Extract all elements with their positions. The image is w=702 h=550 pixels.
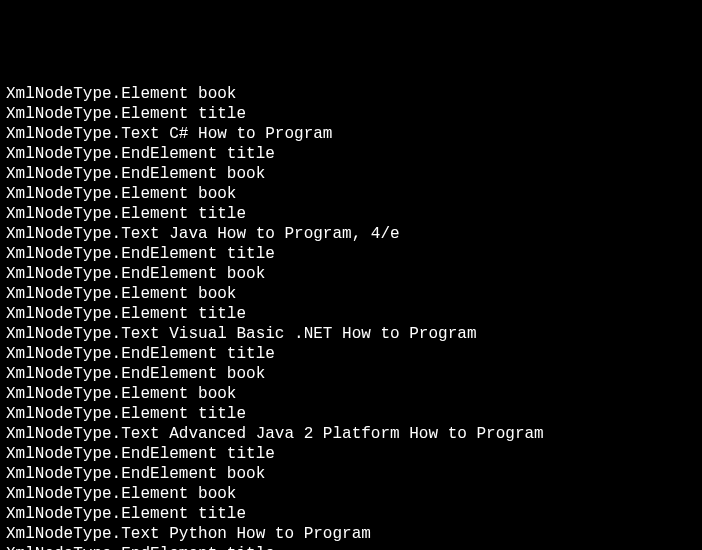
- output-line: XmlNodeType.EndElement book: [6, 464, 696, 484]
- output-line: XmlNodeType.Element book: [6, 484, 696, 504]
- output-line: XmlNodeType.Text C# How to Program: [6, 124, 696, 144]
- output-line: XmlNodeType.EndElement book: [6, 164, 696, 184]
- output-line: XmlNodeType.Text Java How to Program, 4/…: [6, 224, 696, 244]
- output-line: XmlNodeType.Element title: [6, 204, 696, 224]
- output-line: XmlNodeType.Element title: [6, 304, 696, 324]
- output-line: XmlNodeType.EndElement book: [6, 364, 696, 384]
- output-line: XmlNodeType.Text Advanced Java 2 Platfor…: [6, 424, 696, 444]
- output-line: XmlNodeType.Element book: [6, 84, 696, 104]
- console-output: XmlNodeType.Element bookXmlNodeType.Elem…: [6, 84, 696, 550]
- output-line: XmlNodeType.EndElement title: [6, 344, 696, 364]
- output-line: XmlNodeType.Element book: [6, 384, 696, 404]
- output-line: XmlNodeType.Element book: [6, 184, 696, 204]
- output-line: XmlNodeType.Text Visual Basic .NET How t…: [6, 324, 696, 344]
- output-line: XmlNodeType.EndElement title: [6, 144, 696, 164]
- output-line: XmlNodeType.EndElement title: [6, 244, 696, 264]
- output-line: XmlNodeType.EndElement title: [6, 444, 696, 464]
- output-line: XmlNodeType.EndElement title: [6, 544, 696, 550]
- output-line: XmlNodeType.EndElement book: [6, 264, 696, 284]
- output-line: XmlNodeType.Text Python How to Program: [6, 524, 696, 544]
- output-line: XmlNodeType.Element title: [6, 104, 696, 124]
- output-line: XmlNodeType.Element book: [6, 284, 696, 304]
- output-line: XmlNodeType.Element title: [6, 504, 696, 524]
- output-line: XmlNodeType.Element title: [6, 404, 696, 424]
